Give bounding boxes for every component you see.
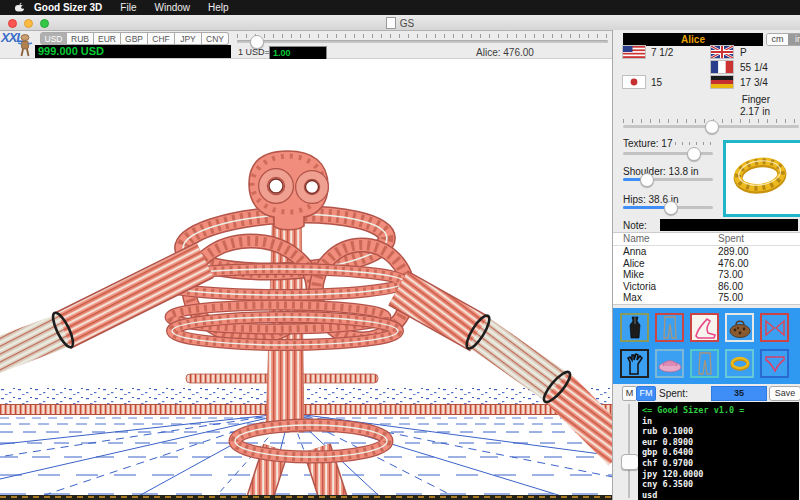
currency-jpy[interactable]: JPY	[175, 32, 202, 45]
apple-icon[interactable]	[14, 2, 25, 13]
size-uk: P	[740, 47, 747, 58]
units-toggle[interactable]: cm in	[766, 33, 800, 46]
note-input[interactable]	[660, 219, 798, 231]
rate-label: 1 USD=	[238, 47, 270, 57]
currency-eur[interactable]: EUR	[94, 32, 121, 45]
menu-item-help[interactable]: Help	[208, 2, 229, 13]
console-line: gbp 0.6400	[642, 447, 799, 458]
balance-display: 999.000 USD	[35, 45, 231, 58]
spent-input[interactable]: 35	[711, 386, 767, 401]
size-us: 7 1/2	[651, 47, 673, 58]
jp-flag-icon	[623, 76, 645, 88]
hat-item[interactable]	[655, 349, 684, 378]
texture-label: Texture: 17	[623, 138, 672, 149]
console-line: eur 0.8900	[642, 437, 799, 448]
bag-item[interactable]	[725, 313, 754, 342]
currency-chf[interactable]: CHF	[148, 32, 175, 45]
menu-item-file[interactable]: File	[120, 2, 136, 13]
spent-label: Spent:	[659, 388, 688, 399]
figure-model	[0, 151, 612, 500]
console-scroll-slider[interactable]	[628, 404, 630, 498]
panties-icon	[764, 355, 786, 373]
hips-slider-fill	[623, 206, 670, 209]
3d-viewport[interactable]	[0, 59, 612, 500]
hips-slider-thumb[interactable]	[664, 201, 678, 215]
note-label: Note:	[623, 220, 647, 231]
de-flag-icon	[711, 76, 733, 88]
console-line: rub 0.1000	[642, 426, 799, 437]
table-row[interactable]: Alice 476.00	[613, 258, 800, 270]
menu-item-window[interactable]: Window	[154, 2, 190, 13]
mannequin-icon	[15, 34, 35, 58]
console-line: chf 0.9700	[642, 458, 799, 469]
rate-input[interactable]: 1.00	[269, 46, 327, 60]
ring-item[interactable]	[725, 349, 754, 378]
table-row[interactable]: Victoria 86.00	[613, 281, 800, 293]
console-line: usd	[642, 490, 799, 500]
app-menu-title[interactable]: Good Sizer 3D	[34, 2, 102, 13]
dress-icon	[626, 316, 644, 340]
trousers-icon	[662, 316, 678, 340]
finger-label: Finger	[713, 94, 770, 105]
console-log[interactable]: <= Good Sizer v1.0 = in rub 0.1000 eur 0…	[638, 402, 799, 500]
3d-scene	[0, 59, 612, 500]
male-button[interactable]: M	[622, 386, 637, 401]
glove-icon	[625, 352, 645, 376]
glove-item[interactable]	[620, 349, 649, 378]
uk-flag-icon	[711, 46, 733, 58]
rate-slider[interactable]	[237, 40, 608, 43]
ring-image	[726, 143, 794, 208]
window-title: GS	[0, 17, 800, 29]
currency-rub[interactable]: RUB	[67, 32, 94, 45]
console-scroll-thumb[interactable]	[621, 454, 639, 470]
bag-icon	[728, 317, 752, 339]
heel-icon	[693, 317, 717, 339]
units-in-button[interactable]: in	[788, 34, 800, 45]
heel-item[interactable]	[690, 313, 719, 342]
size-de: 17 3/4	[740, 77, 768, 88]
window-title-bar: GS	[0, 15, 800, 31]
col-spent: Spent	[718, 233, 744, 244]
table-row[interactable]: Max 75.00	[613, 292, 800, 304]
col-name: Name	[623, 233, 650, 244]
table-row[interactable]: Mike 73.00	[613, 269, 800, 281]
currency-cny[interactable]: CNY	[202, 32, 229, 45]
bra-icon	[764, 318, 786, 338]
sidebar: Alice cm in 7 1/2 P 55 1/4 15 17 3/4 Fin…	[612, 30, 800, 500]
person-name-bar[interactable]: Alice	[623, 33, 763, 46]
right-arm	[398, 288, 612, 452]
rate-slider-ticks	[237, 34, 608, 38]
panties-item[interactable]	[760, 349, 789, 378]
texture-slider-thumb[interactable]	[687, 147, 701, 161]
trousers2-icon	[697, 352, 713, 376]
female-button[interactable]: FM	[636, 386, 656, 401]
currency-usd[interactable]: USD	[40, 32, 67, 45]
spent-table[interactable]: Name Spent Anna 289.00 Alice 476.00 Mike…	[613, 232, 800, 305]
save-button[interactable]: Save	[769, 386, 800, 401]
hat-icon	[658, 354, 682, 374]
units-cm-button[interactable]: cm	[767, 34, 788, 45]
us-flag-icon	[623, 46, 645, 58]
finger-value: 2.17 in	[713, 106, 770, 117]
trousers2-item[interactable]	[690, 349, 719, 378]
menu-bar: Good Sizer 3D File Window Help	[0, 0, 800, 15]
pelvis-and-legs	[235, 425, 387, 500]
trousers-item[interactable]	[655, 313, 684, 342]
table-row[interactable]: Anna 289.00	[613, 246, 800, 258]
spent-summary: Alice: 476.00	[430, 47, 580, 58]
ring-preview[interactable]	[723, 140, 800, 217]
ring-icon	[729, 356, 751, 372]
bra-item[interactable]	[760, 313, 789, 342]
shoulder-slider-thumb[interactable]	[640, 173, 654, 187]
gender-row: M FM Spent: 35 Save	[613, 386, 800, 402]
size-fr: 55 1/4	[740, 62, 768, 73]
toolbar: XXL USD RUB EUR GBP CHF JPY CNY 999.000 …	[0, 31, 612, 59]
dress-item[interactable]	[620, 313, 649, 342]
console-line: <= Good Sizer v1.0 =	[642, 405, 799, 416]
console-line: jpy 120.0000	[642, 469, 799, 480]
items-palette	[613, 308, 800, 384]
currency-gbp[interactable]: GBP	[121, 32, 148, 45]
console-line: cny 6.3500	[642, 479, 799, 490]
finger-slider-thumb[interactable]	[705, 120, 719, 134]
ground-grid	[0, 388, 612, 500]
